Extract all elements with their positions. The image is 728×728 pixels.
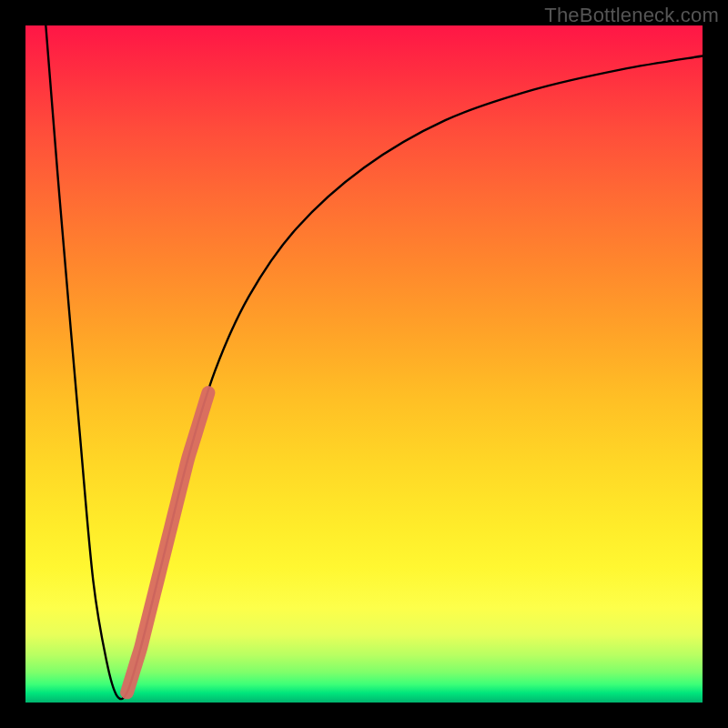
chart-svg [25,25,703,703]
highlight-segment [127,393,208,693]
attribution-text: TheBottleneck.com [544,4,719,27]
curve-bottleneck-curve [46,25,703,699]
chart-frame: TheBottleneck.com [0,0,728,728]
